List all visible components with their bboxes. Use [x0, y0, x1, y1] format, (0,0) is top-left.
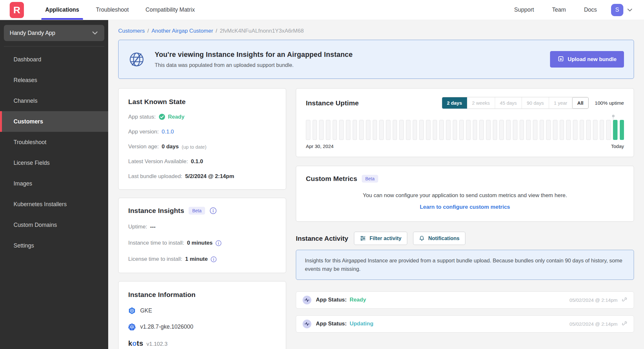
uptime-bar-empty[interactable] — [439, 120, 444, 140]
uptime-bar-empty[interactable] — [486, 120, 491, 140]
uptime-bar-empty[interactable] — [593, 120, 597, 140]
uptime-bar-empty[interactable] — [433, 120, 437, 140]
uptime-bar-empty[interactable] — [406, 120, 410, 140]
uptime-bar-empty[interactable] — [540, 120, 544, 140]
sidebar-item-channels[interactable]: Channels — [0, 90, 108, 111]
version-age-note: (up to date) — [182, 144, 206, 150]
beta-badge: Beta — [189, 207, 205, 215]
activity-event-row[interactable]: App Status: Ready 05/02/2024 @ 2:14pm — [296, 291, 634, 309]
beta-badge: Beta — [362, 175, 378, 183]
instance-tti-label: Instance time to install: — [128, 240, 184, 246]
top-nav-tabs: Applications Troubleshoot Compatibility … — [37, 0, 203, 20]
uptime-bar-empty[interactable] — [513, 120, 517, 140]
uptime-bar-empty[interactable] — [560, 120, 564, 140]
uptime-bar-empty[interactable] — [339, 120, 344, 140]
uptime-bar-empty[interactable] — [399, 120, 404, 140]
filter-activity-button[interactable]: Filter activity — [354, 232, 407, 245]
link-icon[interactable] — [622, 297, 627, 303]
tab-compatibility-matrix[interactable]: Compatibility Matrix — [137, 0, 203, 20]
uptime-bar-empty[interactable] — [553, 120, 557, 140]
upload-new-bundle-button[interactable]: Upload new bundle — [550, 51, 624, 68]
range-1-year[interactable]: 1 year — [549, 97, 573, 109]
range-45-days[interactable]: 45 days — [495, 97, 522, 109]
range-2-days[interactable]: 2 days — [442, 97, 467, 109]
sidebar-item-images[interactable]: Images — [0, 173, 108, 194]
uptime-bar-empty[interactable] — [353, 120, 357, 140]
app-version-link[interactable]: 0.1.0 — [162, 129, 174, 135]
uptime-bar-empty[interactable] — [319, 120, 324, 140]
uptime-bar-empty[interactable] — [493, 120, 497, 140]
notifications-button[interactable]: Notifications — [413, 232, 465, 245]
uptime-bar-empty[interactable] — [386, 120, 390, 140]
breadcrumb-customer-name[interactable]: Another Airgap Customer — [151, 28, 213, 34]
uptime-bar-empty[interactable] — [366, 120, 370, 140]
nav-link-docs[interactable]: Docs — [575, 6, 606, 13]
breadcrumb-customers[interactable]: Customers — [118, 28, 145, 34]
uptime-bar-empty[interactable] — [393, 120, 397, 140]
sidebar-item-customers[interactable]: Customers — [0, 111, 108, 132]
uptime-bar-empty[interactable] — [333, 120, 337, 140]
sidebar-item-settings[interactable]: Settings — [0, 235, 108, 256]
activity-event-row[interactable]: App Status: Updating 05/02/2024 @ 2:14pm — [296, 315, 634, 333]
uptime-bar-empty[interactable] — [373, 120, 377, 140]
nav-link-support[interactable]: Support — [505, 6, 543, 13]
uptime-bar-up[interactable] — [620, 120, 624, 140]
uptime-bar-empty[interactable] — [566, 120, 571, 140]
uptime-bar-empty[interactable] — [306, 120, 310, 140]
uptime-bar-empty[interactable] — [586, 120, 591, 140]
range-90-days[interactable]: 90 days — [522, 97, 549, 109]
replicated-logo[interactable]: R — [10, 2, 24, 18]
uptime-bar-empty[interactable] — [426, 120, 431, 140]
uptime-bar-empty[interactable] — [446, 120, 451, 140]
uptime-bar-empty[interactable] — [466, 120, 471, 140]
range-2-weeks[interactable]: 2 weeks — [467, 97, 495, 109]
uptime-bar-empty[interactable] — [580, 120, 584, 140]
info-icon[interactable] — [215, 240, 222, 246]
uptime-bar-empty[interactable] — [479, 120, 484, 140]
uptime-bar-empty[interactable] — [533, 120, 537, 140]
uptime-bar-empty[interactable] — [520, 120, 524, 140]
uptime-bar-empty[interactable] — [379, 120, 384, 140]
sidebar-item-dashboard[interactable]: Dashboard — [0, 49, 108, 70]
link-icon[interactable] — [622, 321, 627, 327]
range-all[interactable]: All — [572, 97, 588, 109]
uptime-bar-empty[interactable] — [473, 120, 477, 140]
uptime-bar-empty[interactable] — [600, 120, 604, 140]
upload-button-label: Upload new bundle — [568, 56, 617, 62]
uptime-bar-empty[interactable] — [419, 120, 424, 140]
info-icon[interactable] — [211, 256, 217, 262]
left-column: Last Known State App status: — [118, 88, 286, 349]
uptime-bar-empty[interactable] — [346, 120, 350, 140]
uptime-row: Uptime: --- — [128, 224, 276, 230]
avatar[interactable]: S — [611, 4, 623, 16]
app-selector[interactable]: Handy Dandy App — [4, 25, 104, 41]
uptime-bar-empty[interactable] — [453, 120, 457, 140]
uptime-bar-empty[interactable] — [546, 120, 551, 140]
sidebar-item-custom-domains[interactable]: Custom Domains — [0, 215, 108, 235]
uptime-bar-empty[interactable] — [359, 120, 364, 140]
uptime-bar-empty[interactable] — [459, 120, 464, 140]
sidebar-item-releases[interactable]: Releases — [0, 70, 108, 90]
uptime-bar-empty[interactable] — [326, 120, 330, 140]
uptime-bar-empty[interactable] — [506, 120, 511, 140]
uptime-bar-empty[interactable] — [313, 120, 317, 140]
sidebar-item-troubleshoot[interactable]: Troubleshoot — [0, 132, 108, 153]
chevron-down-icon[interactable] — [627, 7, 633, 13]
uptime-bar-empty[interactable] — [413, 120, 417, 140]
info-icon[interactable] — [210, 207, 217, 214]
nav-link-team[interactable]: Team — [543, 6, 575, 13]
tab-troubleshoot[interactable]: Troubleshoot — [88, 0, 137, 20]
kots-logo: kots — [128, 339, 143, 348]
uptime-bar-empty[interactable] — [499, 120, 504, 140]
uptime-bar-up[interactable] — [613, 120, 618, 140]
tab-applications[interactable]: Applications — [37, 0, 88, 20]
uptime-bar-empty[interactable] — [606, 120, 611, 140]
uptime-bar-empty[interactable] — [573, 120, 577, 140]
uptime-bar-empty[interactable] — [526, 120, 531, 140]
sidebar-item-license-fields[interactable]: License Fields — [0, 153, 108, 173]
configure-custom-metrics-link[interactable]: Learn to configure custom metrics — [306, 204, 624, 210]
uptime-label: Uptime: — [128, 224, 147, 230]
sidebar-item-kubernetes-installers[interactable]: Kubernetes Installers — [0, 194, 108, 215]
app-status-value: Ready — [159, 113, 184, 120]
kubernetes-icon — [128, 323, 136, 331]
